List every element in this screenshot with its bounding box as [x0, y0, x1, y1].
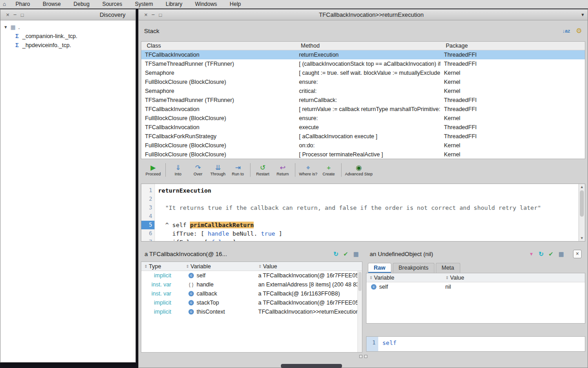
tab-raw[interactable]: Raw [368, 263, 391, 273]
maximize-icon[interactable]: □ [157, 12, 164, 18]
settings-icon[interactable]: ⚙ [576, 27, 582, 35]
scroll-down-icon[interactable]: ▼ [579, 236, 585, 240]
tab-breakpoints[interactable]: Breakpoints [393, 263, 434, 273]
chevron-down-icon[interactable]: ▾ [575, 12, 584, 18]
stack-cell-method: returnExecution [295, 50, 440, 59]
variable-row[interactable]: inst. var{ }handlean ExternalAddress [8 … [141, 280, 362, 289]
variable-row[interactable]: implicitcthisContextTFCallbackInvocation… [141, 307, 362, 316]
menu-windows[interactable]: Windows [188, 1, 223, 7]
into-button[interactable]: ⇓Into [168, 164, 188, 176]
funnel-icon[interactable]: ▼ [529, 252, 534, 257]
code-editor[interactable]: 1234567 returnExecution "It returns true… [141, 184, 585, 242]
scroll-up-icon[interactable]: ▲ [579, 185, 585, 189]
close-pane-button[interactable]: × [573, 250, 582, 258]
inspector-scrollbar[interactable] [357, 271, 362, 352]
stack-row[interactable]: TFSameThreadRunner (TFRunner)[ (callback… [141, 59, 585, 68]
column-header-class[interactable]: Class [141, 43, 295, 49]
column-header-value[interactable]: ⇕ Value [255, 263, 362, 270]
variable-name: handle [197, 280, 214, 289]
minimize-icon[interactable]: − [11, 12, 19, 18]
variable-name: callback [197, 289, 217, 298]
stack-row[interactable]: TFCallbackForkRunStrategy[ aCallbackInvo… [141, 132, 585, 141]
tree-item[interactable]: Σ_companion-link._tcp. [0, 32, 135, 41]
close-icon[interactable]: × [142, 12, 149, 18]
variable-row[interactable]: inst. varccallbacka TFCallback(@ 16r1163… [141, 289, 362, 298]
window-title: TFCallbackInvocation>>returnExecution [168, 11, 575, 18]
stack-icons: ↓az ⚙ [562, 27, 582, 35]
stack-row[interactable]: TFCallbackInvocation[ returnValue := cal… [141, 105, 585, 114]
inspector-right-columns: ⇕ Variable ⇕ Value [366, 273, 585, 282]
stack-row[interactable]: Semaphore[ caught := true. self wait. bl… [141, 68, 585, 77]
menu-browse[interactable]: Browse [36, 1, 67, 7]
return-button[interactable]: ↩Return [273, 164, 293, 176]
through-button[interactable]: ⇊Through [208, 164, 228, 176]
code-line: ^ self primCallbackReturn [158, 221, 578, 229]
variable-row[interactable]: implicitcselfa TFCallbackInvocation(@ 16… [141, 271, 362, 280]
refresh-icon[interactable]: ↻ [333, 251, 338, 257]
variable-type: implicit [141, 298, 183, 307]
column-header-method[interactable]: Method [295, 43, 440, 49]
debugger-titlebar[interactable]: × − □ TFCallbackInvocation>>returnExecut… [139, 10, 588, 20]
line-number: 4 [141, 212, 154, 221]
menu-library[interactable]: Library [159, 1, 189, 7]
advanced-step-button[interactable]: ◉Advanced Step [344, 164, 374, 176]
stack-table-body: TFCallbackInvocationreturnExecutionThrea… [141, 50, 585, 159]
column-header-package[interactable]: Package [440, 43, 585, 49]
stack-row[interactable]: FullBlockClosure (BlockClosure)ensure:Ke… [141, 77, 585, 87]
tree-item[interactable]: Σ_hpdeviceinfo._tcp. [0, 41, 135, 50]
splitter-grip[interactable] [139, 353, 588, 360]
menu-sources[interactable]: Sources [96, 1, 129, 7]
column-header-variable[interactable]: ⇕ Variable [366, 275, 443, 281]
stack-row[interactable]: Semaphorecritical:Kernel [141, 87, 585, 96]
sort-az-icon[interactable]: ↓az [562, 28, 570, 34]
accept-icon[interactable]: ✔ [549, 251, 554, 257]
stack-row[interactable]: TFSameThreadRunner (TFRunner)returnCallb… [141, 96, 585, 105]
variable-value: nil [443, 282, 585, 291]
menu-pharo[interactable]: Pharo [9, 1, 36, 7]
menubar-items: PharoBrowseDebugSourcesSystemLibraryWind… [9, 0, 247, 8]
minimize-icon[interactable]: − [149, 12, 157, 18]
menu-system[interactable]: System [129, 1, 159, 7]
evaluator-pane[interactable]: 1 self [366, 336, 585, 352]
run-to-button[interactable]: ⇥Run to [228, 164, 248, 176]
column-header-value[interactable]: ⇕ Value [443, 275, 585, 281]
table-view-icon[interactable]: ▦ [353, 251, 359, 257]
stack-row[interactable]: FullBlockClosure (BlockClosure)on:do:Ker… [141, 141, 585, 150]
stack-cell-class: TFCallbackForkRunStrategy [141, 132, 295, 141]
accept-icon[interactable]: ✔ [343, 251, 348, 257]
column-header-variable[interactable]: ⇕ Variable [183, 263, 255, 270]
restart-button[interactable]: ↺Restart [253, 164, 273, 176]
variable-row[interactable]: cselfnil [366, 282, 585, 291]
toolbar-button-label: Restart [256, 172, 269, 176]
scrollbar-thumb[interactable] [358, 272, 361, 291]
sort-indicator-icon: ⇕ [369, 276, 373, 280]
stack-cell-method: [ caught := true. self wait. blockValue … [295, 68, 440, 77]
editor-scrollbar[interactable]: ▲ ▼ [578, 184, 585, 241]
stack-row[interactable]: TFCallbackInvocationreturnExecutionThrea… [141, 50, 585, 59]
create-button[interactable]: +Create [319, 164, 339, 176]
tree-root-item[interactable]: ▼ ▦ . [0, 23, 135, 32]
stack-row[interactable]: TFCallbackInvocationexecuteThreadedFFI [141, 123, 585, 132]
evaluator-code[interactable]: self [378, 337, 396, 351]
where-is-button[interactable]: ⌖Where is? [298, 164, 319, 176]
editor-code[interactable]: returnExecution "It returns true if the … [155, 184, 585, 241]
discovery-titlebar[interactable]: × − □ Discovery [0, 10, 135, 20]
stack-row[interactable]: FullBlockClosure (BlockClosure)ensure:Ke… [141, 114, 585, 123]
scrollbar-thumb[interactable] [580, 190, 584, 217]
stack-cell-class: FullBlockClosure (BlockClosure) [141, 77, 295, 87]
line-number: 1 [366, 337, 378, 351]
proceed-button[interactable]: ▶Proceed [143, 164, 163, 176]
table-view-icon[interactable]: ▦ [559, 251, 564, 257]
over-button[interactable]: ↷Over [188, 164, 208, 176]
close-icon[interactable]: × [4, 12, 11, 18]
menu-debug[interactable]: Debug [67, 1, 96, 7]
expander-icon[interactable]: ▼ [4, 25, 8, 29]
menu-help[interactable]: Help [223, 1, 247, 7]
horizontal-scrollbar[interactable] [281, 364, 342, 368]
maximize-icon[interactable]: □ [19, 12, 26, 18]
tab-meta[interactable]: Meta [436, 263, 460, 273]
variable-row[interactable]: implicitcstackTopa TFCallbackInvocation(… [141, 298, 362, 307]
stack-row[interactable]: FullBlockClosure (BlockClosure)[ Process… [141, 150, 585, 159]
column-header-type[interactable]: ⇕ Type [141, 263, 183, 270]
refresh-icon[interactable]: ↻ [539, 251, 544, 257]
